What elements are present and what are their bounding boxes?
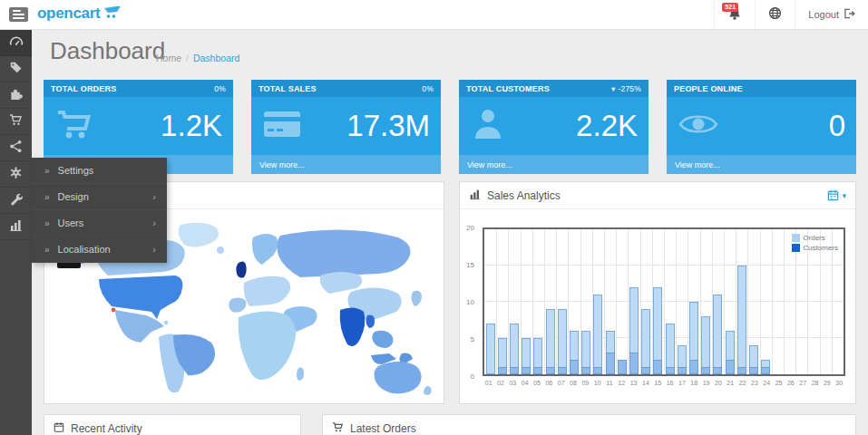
tile-value: 2.2K [576, 109, 638, 143]
submenu-notch [57, 263, 81, 268]
stores-button[interactable] [755, 0, 795, 29]
logout-button[interactable]: Logout [795, 0, 868, 29]
legend-label-customers: Customers [803, 244, 838, 252]
tile-percent: 0% [214, 84, 226, 93]
credit-card-icon [262, 109, 302, 143]
opencart-logo[interactable]: opencart [37, 5, 122, 23]
sidebar-item-reports[interactable] [0, 214, 32, 240]
menu-toggle-button[interactable] [9, 7, 28, 22]
submenu-item-settings[interactable]: » Settings [32, 158, 167, 184]
sidebar-item-catalog[interactable] [0, 56, 32, 82]
tile-body: 17.3M [251, 97, 441, 155]
chart-x-labels: 0102030405060708091011121314151617181920… [483, 380, 845, 386]
breadcrumb-separator: / [186, 53, 189, 63]
submenu-label: Users [58, 218, 84, 228]
chart-plot: Orders Customers [483, 227, 845, 376]
chart-bar [713, 295, 722, 374]
view-more-link[interactable]: View more... [459, 155, 649, 174]
calendar-icon [54, 421, 64, 435]
panel-title: Recent Activity [71, 422, 142, 435]
double-angle-icon: » [44, 192, 50, 202]
system-submenu: » Settings » Design › » Users › » Locali… [32, 158, 167, 263]
recent-activity-header: Recent Activity [44, 415, 300, 435]
submenu-label: Localisation [58, 244, 111, 255]
chart-bar [653, 360, 662, 374]
view-more-link[interactable]: View more... [251, 155, 441, 174]
notification-badge: 521 [722, 3, 738, 12]
chart-bar [510, 367, 519, 374]
sales-analytics-header: Sales Analytics ▾ [460, 182, 855, 209]
tile-label: PEOPLE ONLINE [674, 84, 743, 93]
chart-bar [701, 367, 710, 374]
chevron-right-icon: › [152, 191, 156, 202]
submenu-item-design[interactable]: » Design › [32, 184, 167, 210]
chart-bar [486, 324, 495, 374]
chart-y-labels: 05101520 [460, 227, 479, 376]
sidebar-item-dashboard[interactable] [0, 30, 32, 56]
people-online-tile: PEOPLE ONLINE 0 View more... [667, 80, 856, 174]
panel-title: Latest Orders [350, 422, 416, 435]
chart-bar [618, 360, 627, 374]
chart-bar [641, 309, 650, 374]
caret-down-icon: ▾ [611, 84, 615, 93]
chart-bar [666, 367, 675, 374]
submenu-item-localisation[interactable]: » Localisation › [32, 237, 167, 263]
breadcrumb: Home / Dashboard [156, 53, 239, 63]
globe-icon [768, 6, 782, 24]
breadcrumb-current-link[interactable]: Dashboard [193, 53, 239, 63]
chart-bar [737, 367, 746, 374]
panel-title: Sales Analytics [487, 189, 561, 202]
chevron-right-icon: › [152, 218, 156, 228]
sidebar-item-marketing[interactable] [0, 135, 32, 161]
chart-bar [570, 360, 579, 374]
sidebar-item-extensions[interactable] [0, 82, 32, 109]
chart-bar [522, 367, 531, 374]
puzzle-icon [9, 87, 23, 104]
customers-legend-swatch [792, 244, 800, 252]
latest-orders-header: Latest Orders [323, 415, 855, 435]
chart-bar [593, 367, 602, 374]
chart-bar [713, 367, 722, 374]
chart-bar [546, 367, 555, 374]
logo-cart-icon [103, 5, 122, 23]
chart-bar [678, 367, 687, 374]
tile-percent: 0% [422, 84, 434, 93]
submenu-label: Design [58, 191, 89, 202]
orders-legend-swatch [792, 234, 800, 242]
sign-out-icon [844, 6, 855, 23]
chart-bar [701, 316, 710, 374]
chevron-right-icon: › [152, 244, 156, 255]
date-range-button[interactable]: ▾ [827, 189, 846, 201]
tile-header: PEOPLE ONLINE [667, 80, 856, 97]
chart-bar [533, 367, 542, 374]
sidebar-item-system[interactable] [0, 161, 32, 188]
notifications-button[interactable]: 521 [714, 0, 755, 29]
total-customers-tile: TOTAL CUSTOMERS ▾-275% 2.2K View more... [459, 80, 649, 174]
sidebar-item-tools[interactable] [0, 188, 32, 214]
tile-header: TOTAL SALES 0% [251, 80, 441, 97]
chart-bar [761, 367, 770, 374]
topbar-actions: 521 Logout [714, 0, 868, 29]
breadcrumb-home-link[interactable]: Home [156, 53, 181, 63]
cart-icon [54, 106, 96, 146]
tag-icon [9, 61, 23, 78]
tile-header: TOTAL ORDERS 0% [44, 80, 233, 97]
chart-bar [749, 367, 758, 374]
chart-legend: Orders Customers [792, 234, 838, 254]
submenu-item-users[interactable]: » Users › [32, 210, 167, 237]
chart-bar [593, 295, 602, 374]
wrench-icon [9, 192, 23, 209]
total-sales-tile: TOTAL SALES 0% 17.3M View more... [251, 80, 441, 174]
chart-bar [726, 360, 735, 374]
user-icon [470, 106, 506, 146]
sales-analytics-panel: Sales Analytics ▾ 05101520 Orders Custom… [459, 181, 856, 404]
eye-icon [678, 110, 719, 142]
chart-bar [689, 360, 698, 374]
sidebar-item-sales[interactable] [0, 109, 32, 135]
tile-header: TOTAL CUSTOMERS ▾-275% [459, 80, 649, 97]
latest-orders-panel: Latest Orders [322, 414, 856, 435]
view-more-link[interactable]: View more... [667, 155, 856, 174]
tile-value: 17.3M [346, 109, 430, 143]
logout-label: Logout [808, 9, 839, 20]
submenu-label: Settings [58, 165, 94, 176]
